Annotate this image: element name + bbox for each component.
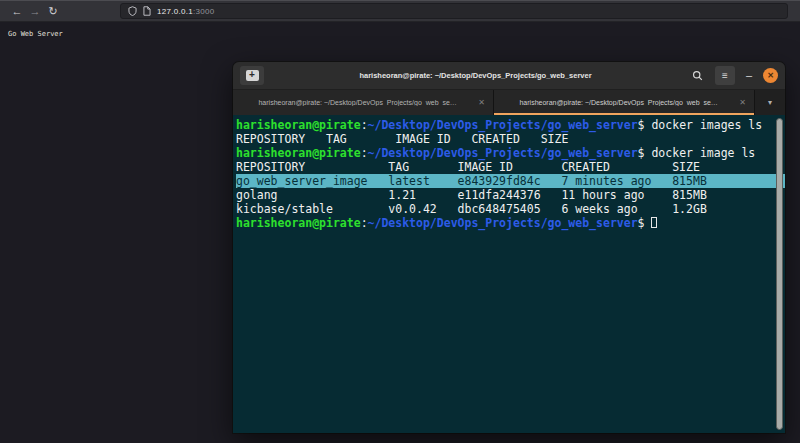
reload-button[interactable]: ↻ [44,3,62,19]
url-port: :3000 [193,7,215,16]
new-tab-button[interactable]: + [240,66,264,85]
minimize-button[interactable]: – [743,70,755,81]
page-text: Go Web Server [8,30,63,38]
tab-overflow-button[interactable]: ▾ [755,90,785,115]
terminal-line: harisheoran@pirate:~/Desktop/DevOps_Proj… [236,118,785,132]
chevron-down-icon: ▾ [768,98,772,107]
forward-button[interactable]: → [26,3,44,19]
url-bar[interactable]: 127.0.0.1:3000 [120,3,788,19]
new-tab-icon: + [246,70,259,81]
arrow-right-icon: → [30,6,41,17]
terminal-line: harisheoran@pirate:~/Desktop/DevOps_Proj… [236,146,785,160]
terminal-line: REPOSITORY TAG IMAGE ID CREATED SIZE [236,132,785,146]
terminal-line: harisheoran@pirate:~/Desktop/DevOps_Proj… [236,216,785,230]
reload-icon: ↻ [48,6,57,17]
terminal-lines: harisheoran@pirate:~/Desktop/DevOps_Proj… [236,118,785,230]
terminal-window: + harisheoran@pirate: ~/Desktop/DevOps_P… [233,62,785,433]
terminal-line: golang 1.21 e11dfa244376 11 hours ago 81… [236,188,785,202]
close-button[interactable]: ✕ [763,68,778,83]
tab-close-icon[interactable]: ✕ [739,98,746,107]
terminal-line: kicbase/stable v0.0.42 dbc648475405 6 we… [236,202,785,216]
search-button[interactable] [687,66,707,85]
menu-icon: ≡ [722,71,728,81]
terminal-content[interactable]: harisheoran@pirate:~/Desktop/DevOps_Proj… [233,115,785,433]
tab-label: harisheoran@pirate: ~/Desktop/DevOps_Pro… [241,99,474,106]
tab-close-icon[interactable]: ✕ [478,98,485,107]
titlebar-buttons: ≡ – ✕ [687,66,778,85]
window-title: harisheoran@pirate: ~/Desktop/DevOps_Pro… [264,71,687,80]
url-host: 127.0.0.1 [157,7,193,16]
terminal-line: REPOSITORY TAG IMAGE ID CREATED SIZE [236,160,785,174]
menu-button[interactable]: ≡ [715,66,735,85]
close-icon: ✕ [767,72,774,80]
page-info-icon[interactable] [143,6,151,16]
url-text: 127.0.0.1:3000 [157,7,215,16]
terminal-titlebar[interactable]: + harisheoran@pirate: ~/Desktop/DevOps_P… [233,62,785,90]
tab-1[interactable]: harisheoran@pirate: ~/Desktop/DevOps_Pro… [233,90,494,115]
minimize-icon: – [746,69,752,81]
terminal-line: go_web_server_image latest e843929fd84c … [236,174,785,188]
tab-label: harisheoran@pirate: ~/Desktop/DevOps_Pro… [502,99,735,106]
terminal-scrollbar[interactable] [776,118,783,430]
back-button[interactable]: ← [8,3,26,19]
terminal-cursor [651,217,657,228]
search-icon [692,67,703,85]
tab-bar: harisheoran@pirate: ~/Desktop/DevOps_Pro… [233,90,785,115]
shield-icon [128,6,137,16]
arrow-left-icon: ← [12,6,23,17]
browser-toolbar: ← → ↻ 127.0.0.1:3000 [0,0,800,22]
tab-2-active[interactable]: harisheoran@pirate: ~/Desktop/DevOps_Pro… [494,90,755,115]
